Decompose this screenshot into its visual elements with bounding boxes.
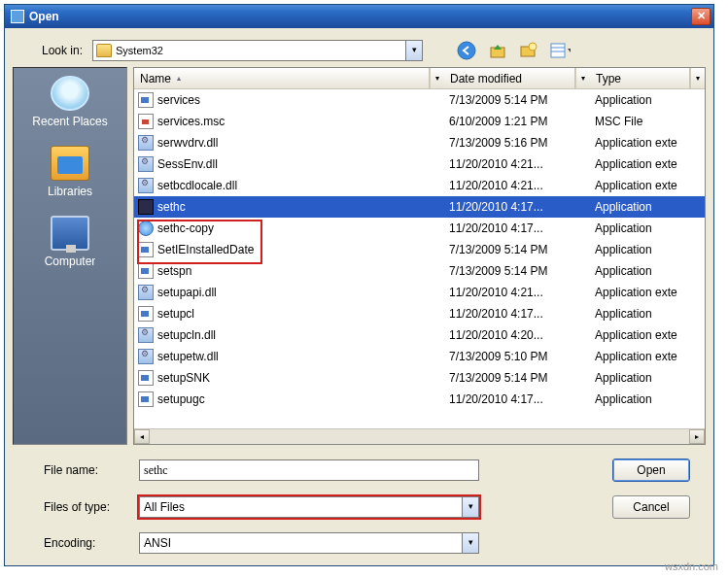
- file-icon: [138, 221, 154, 236]
- view-menu-button[interactable]: [549, 40, 571, 61]
- lookin-value: System32: [116, 45, 163, 56]
- file-name: setbcdlocale.dll: [157, 179, 449, 192]
- file-date: 6/10/2009 1:21 PM: [449, 115, 595, 128]
- encoding-label: Encoding:: [44, 536, 131, 550]
- file-row[interactable]: setupapi.dll11/20/2010 4:21...Applicatio…: [134, 282, 705, 303]
- file-type: MSC File: [595, 115, 705, 128]
- titlebar[interactable]: Open ✕: [5, 5, 713, 28]
- file-type: Application: [595, 307, 705, 321]
- dialog-icon: [11, 10, 24, 23]
- file-date: 7/13/2009 5:10 PM: [449, 350, 595, 363]
- file-icon: [138, 199, 154, 215]
- file-row[interactable]: sethc-copy11/20/2010 4:17...Application: [134, 218, 705, 239]
- file-name: setupugc: [157, 392, 449, 406]
- file-row[interactable]: SessEnv.dll11/20/2010 4:21...Application…: [134, 153, 705, 175]
- file-row[interactable]: setupugc11/20/2010 4:17...Application: [134, 389, 705, 410]
- open-file-dialog: Open ✕ Look in: System32 ▾ Recent Plac: [4, 4, 714, 566]
- file-row[interactable]: setupetw.dll7/13/2009 5:10 PMApplication…: [134, 346, 705, 367]
- file-row[interactable]: serwvdrv.dll7/13/2009 5:16 PMApplication…: [134, 132, 705, 153]
- file-name: SetIEInstalledDate: [157, 243, 449, 256]
- file-type: Application: [595, 93, 705, 107]
- chevron-down-icon[interactable]: ▾: [405, 41, 422, 60]
- file-icon: [138, 306, 154, 322]
- file-type: Application exte: [595, 179, 705, 192]
- file-row[interactable]: setupcln.dll11/20/2010 4:20...Applicatio…: [134, 324, 705, 346]
- file-type: Application exte: [595, 136, 705, 150]
- file-icon: [138, 285, 154, 300]
- chevron-down-icon[interactable]: ▾: [462, 533, 478, 553]
- file-name: serwvdrv.dll: [157, 136, 449, 150]
- svg-point-3: [529, 43, 537, 51]
- file-row[interactable]: SetIEInstalledDate7/13/2009 5:14 PMAppli…: [134, 239, 705, 260]
- file-name: setupSNK: [157, 371, 449, 385]
- file-date: 11/20/2010 4:17...: [449, 307, 595, 321]
- file-date: 7/13/2009 5:14 PM: [449, 243, 595, 256]
- column-date-filter[interactable]: ▾: [575, 68, 590, 88]
- file-row[interactable]: setupSNK7/13/2009 5:14 PMApplication: [134, 367, 705, 389]
- nav-back-button[interactable]: [456, 40, 477, 61]
- file-icon: [138, 391, 154, 407]
- file-type: Application: [595, 221, 705, 235]
- column-type-filter[interactable]: ▾: [690, 68, 705, 88]
- file-list[interactable]: services7/13/2009 5:14 PMApplicationserv…: [134, 89, 705, 428]
- chevron-down-icon[interactable]: ▾: [462, 497, 478, 517]
- file-type: Application: [595, 200, 705, 214]
- filename-label: File name:: [44, 463, 131, 477]
- scroll-right-button[interactable]: ▸: [689, 429, 705, 444]
- file-row[interactable]: setspn7/13/2009 5:14 PMApplication: [134, 260, 705, 282]
- file-row[interactable]: sethc11/20/2010 4:17...Application: [134, 196, 705, 218]
- file-row[interactable]: setbcdlocale.dll11/20/2010 4:21...Applic…: [134, 175, 705, 196]
- place-libraries[interactable]: Libraries: [21, 146, 119, 198]
- file-name: services: [157, 93, 449, 107]
- scroll-left-button[interactable]: ◂: [134, 429, 150, 444]
- place-recent-places[interactable]: Recent Places: [21, 76, 119, 128]
- file-date: 11/20/2010 4:21...: [449, 179, 595, 192]
- cancel-button[interactable]: Cancel: [612, 495, 690, 519]
- file-icon: [138, 178, 154, 193]
- filter-dropdown[interactable]: All Files ▾: [139, 496, 479, 518]
- file-type: Application exte: [595, 328, 705, 342]
- open-button[interactable]: Open: [612, 459, 690, 482]
- folder-icon: [96, 44, 112, 57]
- file-row[interactable]: services.msc6/10/2009 1:21 PMMSC File: [134, 111, 705, 132]
- file-date: 7/13/2009 5:14 PM: [449, 264, 595, 278]
- filter-label: Files of type:: [44, 500, 131, 514]
- column-name-filter[interactable]: ▾: [430, 68, 444, 88]
- file-icon: [138, 156, 154, 172]
- place-label: Computer: [21, 255, 119, 268]
- file-row[interactable]: setupcl11/20/2010 4:17...Application: [134, 303, 705, 324]
- lookin-dropdown[interactable]: System32 ▾: [92, 40, 423, 61]
- file-icon: [138, 242, 154, 257]
- place-icon: [51, 216, 89, 251]
- bottom-panel: File name: Open Files of type: All Files…: [5, 445, 713, 565]
- encoding-dropdown[interactable]: ANSI ▾: [139, 532, 479, 554]
- file-name: setupcln.dll: [157, 328, 449, 342]
- file-type: Application exte: [595, 286, 705, 299]
- file-icon: [138, 327, 154, 343]
- file-date: 7/13/2009 5:16 PM: [449, 136, 595, 150]
- file-name: sethc: [157, 200, 449, 214]
- filename-input[interactable]: [139, 459, 479, 481]
- file-name: SessEnv.dll: [157, 157, 449, 171]
- lookin-label: Look in:: [24, 44, 83, 57]
- file-date: 7/13/2009 5:14 PM: [449, 371, 595, 385]
- file-icon: [138, 135, 154, 151]
- file-type: Application exte: [595, 157, 705, 171]
- file-name: sethc-copy: [157, 221, 449, 235]
- horizontal-scrollbar[interactable]: ◂ ▸: [134, 428, 705, 444]
- sort-asc-icon: ▴: [177, 74, 181, 83]
- nav-up-button[interactable]: [487, 40, 508, 61]
- place-computer[interactable]: Computer: [21, 216, 119, 268]
- column-type-header[interactable]: Type: [590, 68, 690, 88]
- place-icon: [51, 76, 89, 111]
- file-date: 11/20/2010 4:17...: [449, 392, 595, 406]
- column-date-header[interactable]: Date modified: [444, 68, 575, 88]
- close-button[interactable]: ✕: [691, 8, 711, 25]
- file-icon: [138, 263, 154, 279]
- file-icon: [138, 349, 154, 364]
- file-icon: [138, 114, 154, 129]
- column-name-header[interactable]: Name ▴: [134, 68, 430, 88]
- file-name: setupapi.dll: [157, 286, 449, 299]
- file-row[interactable]: services7/13/2009 5:14 PMApplication: [134, 89, 705, 111]
- new-folder-button[interactable]: [518, 40, 539, 61]
